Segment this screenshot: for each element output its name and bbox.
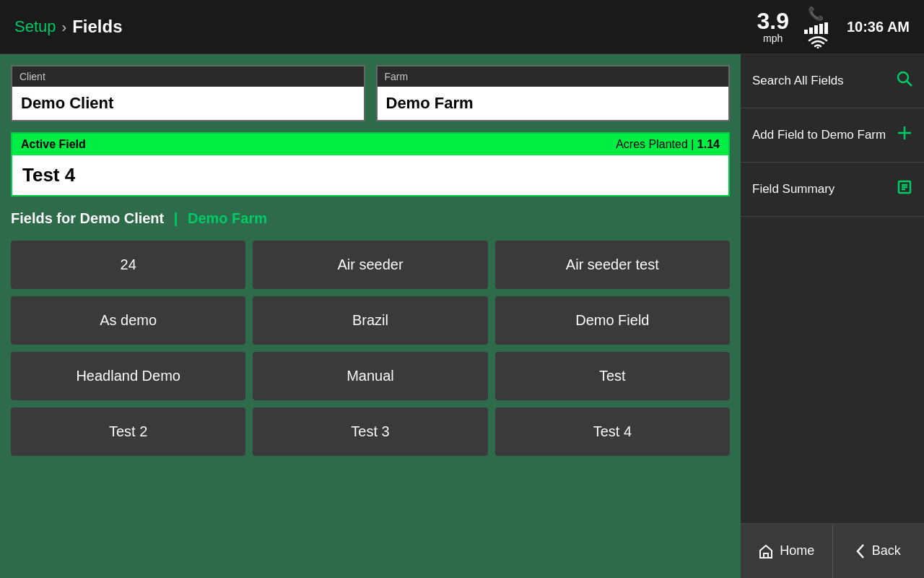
back-label: Back <box>872 543 901 558</box>
speed-display: 3.9 mph <box>757 9 788 44</box>
farm-label: Farm <box>378 66 729 87</box>
bottom-buttons: Home Back <box>741 523 924 578</box>
acres-label: Acres Planted | <box>616 138 694 150</box>
client-selector[interactable]: Client Demo Client <box>11 65 365 121</box>
search-icon <box>897 71 912 91</box>
back-chevron-icon <box>856 543 866 559</box>
field-grid: 24Air seederAir seeder testAs demoBrazil… <box>11 241 730 456</box>
farm-value: Demo Farm <box>378 87 729 120</box>
fields-header-prefix: Fields for Demo Client <box>11 210 164 226</box>
svg-line-8 <box>907 82 912 87</box>
back-button[interactable]: Back <box>833 524 925 578</box>
page-title: Fields <box>72 17 122 37</box>
farm-selector[interactable]: Farm Demo Farm <box>376 65 731 121</box>
svg-rect-15 <box>764 553 768 558</box>
svg-point-6 <box>816 47 819 49</box>
field-button[interactable]: Test 4 <box>495 407 730 456</box>
svg-rect-3 <box>814 25 818 34</box>
phone-icon: 📞 <box>808 5 828 21</box>
left-content: Client Demo Client Farm Demo Farm Active… <box>0 54 741 578</box>
field-button[interactable]: Test 3 <box>253 407 487 456</box>
speed-unit: mph <box>757 33 788 44</box>
field-summary-label: Field Summary <box>752 181 834 197</box>
svg-rect-4 <box>819 24 823 34</box>
acres-value: 1.14 <box>697 138 720 150</box>
field-button[interactable]: Headland Demo <box>11 352 245 400</box>
field-button[interactable]: Air seeder test <box>495 241 730 289</box>
right-sidebar: Search All Fields Add Field to Demo Farm… <box>741 54 924 578</box>
home-button[interactable]: Home <box>741 524 833 578</box>
speed-value: 3.9 <box>757 9 788 33</box>
home-icon <box>758 543 774 559</box>
summary-icon <box>897 179 912 199</box>
svg-rect-1 <box>804 30 808 34</box>
add-field-button[interactable]: Add Field to Demo Farm <box>741 108 924 163</box>
svg-rect-2 <box>809 27 813 34</box>
svg-rect-5 <box>824 22 828 34</box>
active-field-header: Active Field Acres Planted | 1.14 <box>12 134 728 155</box>
fields-header-separator: | <box>174 210 178 226</box>
field-button[interactable]: Test <box>495 352 730 400</box>
breadcrumb: Setup › Fields <box>14 17 757 37</box>
time-display: 10:36 AM <box>847 19 910 35</box>
fields-header-farm: Demo Farm <box>188 210 267 226</box>
svg-text:📞: 📞 <box>808 6 824 21</box>
top-bar: Setup › Fields 3.9 mph 📞 <box>0 0 924 54</box>
active-field-section: Active Field Acres Planted | 1.14 Test 4 <box>11 132 730 197</box>
field-button[interactable]: Air seeder <box>253 241 487 289</box>
active-field-name: Test 4 <box>12 155 728 195</box>
setup-nav[interactable]: Setup <box>14 17 56 36</box>
field-button[interactable]: Brazil <box>253 296 487 345</box>
search-all-fields-button[interactable]: Search All Fields <box>741 54 924 108</box>
field-button[interactable]: As demo <box>11 296 245 345</box>
field-summary-button[interactable]: Field Summary <box>741 163 924 217</box>
field-button[interactable]: Test 2 <box>11 407 245 456</box>
sidebar-spacer <box>741 217 924 523</box>
breadcrumb-separator: › <box>62 19 67 35</box>
main-layout: Client Demo Client Farm Demo Farm Active… <box>0 54 924 578</box>
wifi-icon <box>808 35 828 48</box>
fields-list-header: Fields for Demo Client | Demo Farm <box>11 207 730 230</box>
client-farm-row: Client Demo Client Farm Demo Farm <box>11 65 730 121</box>
add-field-label: Add Field to Demo Farm <box>752 127 886 143</box>
home-label: Home <box>780 543 814 558</box>
field-button[interactable]: Demo Field <box>495 296 730 345</box>
signal-bars-icon <box>803 22 832 34</box>
signal-icons: 📞 <box>803 5 832 48</box>
status-area: 3.9 mph 📞 10:36 AM <box>757 5 910 48</box>
svg-point-7 <box>898 72 908 82</box>
active-field-label: Active Field <box>21 138 86 151</box>
acres-info: Acres Planted | 1.14 <box>616 138 720 151</box>
add-icon <box>897 125 912 145</box>
client-label: Client <box>12 66 364 87</box>
field-button[interactable]: 24 <box>11 241 245 289</box>
client-value: Demo Client <box>12 87 364 120</box>
field-button[interactable]: Manual <box>253 352 487 400</box>
search-all-fields-label: Search All Fields <box>752 73 844 89</box>
